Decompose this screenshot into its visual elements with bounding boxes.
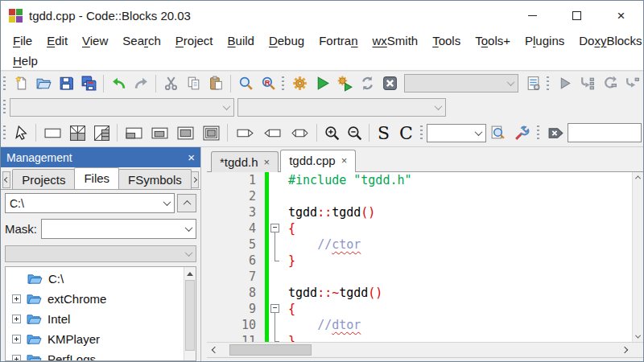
file-tree[interactable]: C:\extChromeIntelKMPlayerPerfLogsProgram… <box>5 266 196 361</box>
code-editor[interactable]: 1#include "tgdd.h"23tgdd::tgdd()4{5 //ct… <box>207 172 643 342</box>
zoom-in-button[interactable] <box>320 122 343 143</box>
zoom-out-button[interactable] <box>343 122 365 143</box>
scroll-left-button[interactable] <box>207 343 222 357</box>
menu-project[interactable]: Project <box>168 34 221 47</box>
save-all-button[interactable] <box>77 73 100 94</box>
run-button[interactable] <box>311 73 333 94</box>
menu-wxsmith[interactable]: wxSmith <box>365 34 426 47</box>
align-fill-button[interactable] <box>198 122 224 143</box>
run-to-next-line-button[interactable] <box>576 73 598 94</box>
editor-horizontal-scrollbar[interactable] <box>207 342 643 357</box>
close-button[interactable]: × <box>599 1 643 31</box>
menu-view[interactable]: View <box>75 34 115 47</box>
search-term-select[interactable] <box>427 124 486 142</box>
folder-up-button[interactable] <box>177 194 196 212</box>
function-select[interactable] <box>237 98 446 117</box>
toolbar-grip[interactable] <box>3 76 6 91</box>
path-combobox[interactable]: C:\ <box>5 193 175 213</box>
new-file-button[interactable] <box>10 73 32 94</box>
toolbar-grip[interactable] <box>282 76 284 91</box>
copy-button[interactable] <box>182 73 204 94</box>
menu-build[interactable]: Build <box>221 34 262 47</box>
expand-plus-icon[interactable] <box>12 355 21 361</box>
build-button[interactable] <box>288 73 311 94</box>
tab-scroll-right-button[interactable] <box>191 171 199 188</box>
mask-combobox[interactable] <box>41 219 196 239</box>
toolbar-grip[interactable] <box>3 100 6 114</box>
expand-plus-icon[interactable] <box>12 294 21 303</box>
align-bottom-left-button[interactable] <box>121 122 147 143</box>
tree-item-c-[interactable]: C:\ <box>6 269 183 289</box>
cut-button[interactable] <box>159 73 182 94</box>
paste-button[interactable] <box>204 73 227 94</box>
expand-plus-icon[interactable] <box>12 315 21 323</box>
menu-plugins[interactable]: Plugins <box>518 34 572 47</box>
pointer-tool-button[interactable] <box>10 122 32 143</box>
expand-both-button[interactable] <box>286 122 313 143</box>
menu-help[interactable]: Help <box>6 54 45 68</box>
tab-close-icon[interactable]: × <box>264 156 270 168</box>
open-file-button[interactable] <box>32 73 55 94</box>
grid-tool-button[interactable] <box>65 122 89 143</box>
redo-button[interactable] <box>130 73 152 94</box>
management-close-icon[interactable]: × <box>188 150 195 164</box>
clear-search-button[interactable] <box>543 122 568 143</box>
filter-combobox[interactable] <box>5 245 196 262</box>
scroll-right-button[interactable] <box>617 343 632 357</box>
panel-splitter[interactable] <box>201 147 207 361</box>
expand-left-button[interactable] <box>258 122 286 143</box>
grid-split-tool-button[interactable] <box>89 122 114 143</box>
tree-item-perflogs[interactable]: PerfLogs <box>6 349 183 361</box>
scroll-up-button[interactable] <box>184 267 196 279</box>
step-into-button[interactable] <box>621 73 643 94</box>
management-tab-fsymbols[interactable]: FSymbols <box>118 169 192 189</box>
menu-edit[interactable]: Edit <box>39 34 75 47</box>
menu-tools[interactable]: Tools+ <box>468 34 518 47</box>
tree-item-kmplayer[interactable]: KMPlayer <box>6 329 183 349</box>
astyle-source-format-button[interactable]: S <box>373 123 394 143</box>
toolbar-grip[interactable] <box>547 76 549 91</box>
menu-debug[interactable]: Debug <box>262 34 312 47</box>
menu-file[interactable]: File <box>6 34 39 47</box>
tab-scroll-left-button[interactable] <box>2 171 10 188</box>
step-out-button[interactable] <box>598 73 621 94</box>
build-and-run-button[interactable] <box>333 73 356 94</box>
save-button[interactable] <box>55 73 77 94</box>
tab-close-icon[interactable]: × <box>341 154 348 167</box>
toolbar-grip[interactable] <box>420 125 423 140</box>
replace-button[interactable]: R <box>257 73 279 94</box>
menu-tools[interactable]: Tools <box>425 34 468 47</box>
undo-button[interactable] <box>107 73 130 94</box>
menu-fortran[interactable]: Fortran <box>312 34 365 47</box>
fold-collapse-icon[interactable] <box>269 301 283 317</box>
find-button[interactable] <box>234 73 257 94</box>
management-tab-projects[interactable]: Projects <box>12 169 75 189</box>
toolbar-grip[interactable] <box>537 125 539 140</box>
fold-collapse-icon[interactable] <box>269 220 283 237</box>
align-center-button[interactable] <box>172 122 198 143</box>
menu-search[interactable]: Search <box>115 34 168 47</box>
editor-vertical-scrollbar[interactable] <box>632 172 643 342</box>
incremental-search-input[interactable] <box>568 123 642 142</box>
expand-right-button[interactable] <box>231 122 258 143</box>
editor-tab-tgdd.h[interactable]: *tgdd.h× <box>211 151 279 172</box>
astyle-config-button[interactable]: C <box>394 123 418 143</box>
build-target-select[interactable] <box>404 74 518 93</box>
editor-tab-tgdd.cpp[interactable]: tgdd.cpp× <box>280 150 356 172</box>
find-in-files-button[interactable] <box>486 122 509 143</box>
rebuild-button[interactable] <box>356 73 378 94</box>
abort-build-button[interactable] <box>378 73 401 94</box>
maximize-button[interactable] <box>555 1 599 31</box>
show-compiler-options-button[interactable] <box>522 73 544 94</box>
scrollbar-thumb[interactable] <box>229 344 312 356</box>
toolbar-grip[interactable] <box>3 125 6 140</box>
scope-select[interactable] <box>10 98 234 117</box>
tree-scrollbar[interactable] <box>184 267 196 360</box>
tree-item-intel[interactable]: Intel <box>6 309 183 329</box>
debug-continue-button[interactable] <box>553 73 576 94</box>
align-bottom-button[interactable] <box>147 122 172 143</box>
menu-doxyblocks[interactable]: DoxyBlocks <box>572 34 644 47</box>
scrollbar-thumb[interactable] <box>185 280 195 351</box>
tree-item-extchrome[interactable]: extChrome <box>6 289 183 309</box>
search-settings-wrench-button[interactable] <box>509 122 535 143</box>
